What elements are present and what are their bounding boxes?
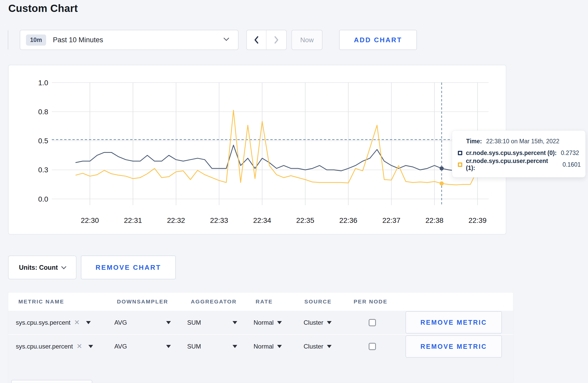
sys-percent-legend-swatch — [458, 151, 462, 155]
x-axis-tick-label: 22:30 — [81, 216, 99, 224]
rate-select[interactable]: Normal — [254, 335, 282, 358]
col-header-downsampler: DOWNSAMPLER — [117, 293, 168, 311]
x-axis-tick-label: 22:34 — [253, 216, 271, 224]
chart-panel: 0.00.30.50.81.022:3022:3122:3222:3322:34… — [8, 65, 506, 235]
per-node-checkbox[interactable] — [369, 319, 376, 326]
aggregator-value: SUM — [187, 319, 201, 326]
tooltip-time-label: Time: — [466, 138, 482, 145]
downsampler-value: AVG — [114, 343, 127, 350]
chevron-left-icon — [253, 35, 260, 45]
x-axis-tick-label: 22:37 — [382, 216, 401, 224]
chart-hover-tooltip: Time: 22:38:10 on Mar 15th, 2022 cr.node… — [452, 130, 586, 178]
caret-down-icon — [166, 321, 171, 324]
caret-down-icon — [277, 345, 282, 348]
aggregator-caret[interactable] — [233, 335, 237, 358]
x-axis-tick-label: 22:38 — [425, 216, 444, 224]
col-header-metric-name: METRIC NAME — [18, 293, 64, 311]
per-node-cell — [369, 311, 376, 334]
y-axis-tick-label: 0.3 — [38, 166, 48, 174]
col-header-aggregator: AGGREGATOR — [191, 293, 237, 311]
downsampler-caret[interactable] — [166, 311, 171, 334]
add-chart-button[interactable]: ADD CHART — [339, 30, 417, 50]
chevron-down-icon — [222, 37, 230, 43]
x-axis-tick-label: 22:31 — [124, 216, 142, 224]
x-axis-tick-label: 22:33 — [210, 216, 228, 224]
caret-down-icon — [327, 321, 332, 324]
tooltip-series-name: cr.node.sys.cpu.user.percent (1): — [466, 158, 558, 172]
aggregator-value: SUM — [187, 343, 201, 350]
downsampler-value: AVG — [114, 319, 127, 326]
add-metric-button[interactable]: ADD METRIC — [11, 380, 92, 383]
time-window-select[interactable]: 10m Past 10 Minutes — [20, 30, 239, 50]
metric-name-select[interactable]: sys.cpu.sys.percent ✕ — [16, 311, 91, 334]
downsampler-select[interactable]: AVG — [114, 335, 127, 358]
caret-down-icon[interactable] — [86, 321, 91, 324]
now-button[interactable]: Now — [291, 30, 323, 50]
time-window-label: Past 10 Minutes — [53, 36, 103, 44]
page-title: Custom Chart — [8, 3, 78, 14]
chevron-down-icon — [61, 264, 66, 269]
aggregator-select[interactable]: SUM — [187, 335, 201, 358]
sys-percent-hover-dot — [440, 166, 444, 171]
toolbar: 10m Past 10 Minutes Now ADD CHART — [0, 30, 588, 50]
tooltip-time-value: 22:38:10 on Mar 15th, 2022 — [486, 138, 559, 145]
col-header-rate: RATE — [256, 293, 273, 311]
tooltip-series-value: 0.2732 — [561, 150, 579, 157]
tooltip-series-name: cr.node.sys.cpu.sys.percent (0): — [466, 150, 557, 157]
y-axis-tick-label: 1.0 — [38, 79, 48, 87]
downsampler-select[interactable]: AVG — [114, 311, 127, 334]
x-axis-tick-label: 22:36 — [339, 216, 358, 224]
tooltip-series-value: 0.1601 — [563, 161, 581, 168]
metrics-table: METRIC NAME DOWNSAMPLER AGGREGATOR RATE … — [8, 292, 513, 383]
user-percent-hover-dot — [440, 181, 444, 186]
chevron-right-icon — [273, 35, 280, 45]
downsampler-caret[interactable] — [166, 335, 171, 358]
time-pager — [246, 30, 287, 50]
time-window-badge: 10m — [26, 34, 46, 46]
y-axis-tick-label: 0.0 — [38, 195, 48, 203]
cpu-percent-line-chart[interactable]: 0.00.30.50.81.022:3022:3122:3222:3322:34… — [9, 65, 506, 234]
col-header-per-node: PER NODE — [354, 293, 388, 311]
close-icon[interactable]: ✕ — [74, 318, 80, 327]
table-row: sys.cpu.user.percent ✕ AVG SUM Normal Cl… — [8, 334, 513, 358]
source-value: Cluster — [304, 319, 323, 326]
metric-name-value: sys.cpu.user.percent — [16, 343, 73, 350]
close-icon[interactable]: ✕ — [76, 342, 82, 350]
caret-down-icon[interactable] — [88, 345, 93, 348]
col-header-source: SOURCE — [304, 293, 332, 311]
table-row: sys.cpu.sys.percent ✕ AVG SUM Normal Clu… — [8, 311, 513, 334]
source-select[interactable]: Cluster — [304, 311, 332, 334]
units-label: Units: Count — [19, 264, 58, 271]
user-percent-line — [75, 110, 485, 185]
per-node-checkbox[interactable] — [369, 343, 376, 350]
aggregator-caret[interactable] — [233, 311, 237, 334]
aggregator-select[interactable]: SUM — [187, 311, 201, 334]
next-timespan-button[interactable] — [267, 30, 286, 49]
metric-name-select[interactable]: sys.cpu.user.percent ✕ — [16, 335, 93, 358]
caret-down-icon — [327, 345, 332, 348]
caret-down-icon — [166, 345, 171, 348]
metrics-table-body: sys.cpu.sys.percent ✕ AVG SUM Normal Clu… — [8, 311, 513, 383]
x-axis-tick-label: 22:32 — [167, 216, 185, 224]
caret-down-icon — [233, 345, 237, 348]
caret-down-icon — [233, 321, 237, 324]
metric-name-value: sys.cpu.sys.percent — [16, 319, 71, 326]
sys-percent-line — [75, 145, 485, 171]
per-node-cell — [369, 335, 376, 358]
source-select[interactable]: Cluster — [304, 335, 332, 358]
previous-timespan-button[interactable] — [247, 30, 267, 49]
user-percent-legend-swatch — [458, 162, 462, 167]
rate-select[interactable]: Normal — [254, 311, 282, 334]
x-axis-tick-label: 22:39 — [468, 216, 487, 224]
caret-down-icon — [277, 321, 282, 324]
toolbar-divider — [8, 30, 8, 49]
remove-chart-button[interactable]: REMOVE CHART — [81, 256, 176, 279]
source-value: Cluster — [304, 343, 323, 350]
remove-metric-button[interactable]: REMOVE METRIC — [405, 335, 502, 358]
x-axis-tick-label: 22:35 — [296, 216, 314, 224]
units-select[interactable]: Units: Count — [8, 256, 76, 279]
remove-metric-button[interactable]: REMOVE METRIC — [405, 311, 502, 334]
rate-value: Normal — [254, 319, 274, 326]
y-axis-tick-label: 0.5 — [38, 137, 48, 145]
rate-value: Normal — [254, 343, 274, 350]
